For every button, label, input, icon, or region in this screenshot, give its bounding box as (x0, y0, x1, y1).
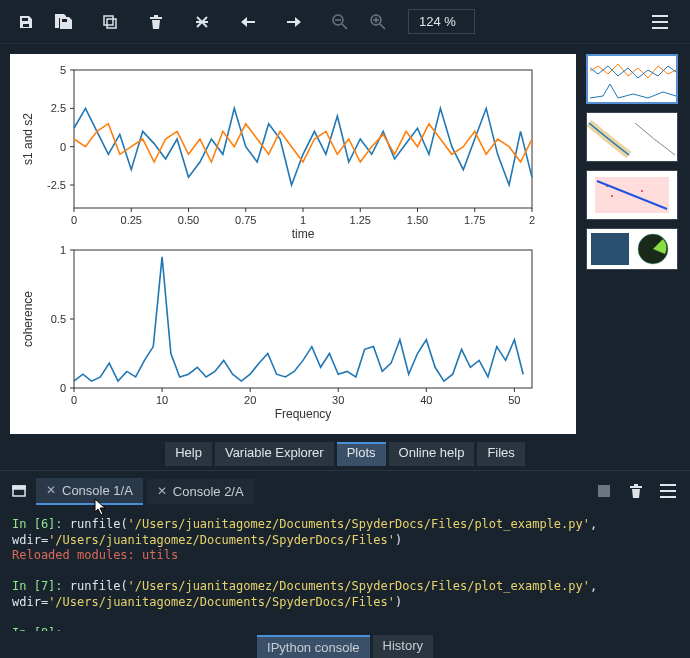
svg-text:0.5: 0.5 (51, 313, 66, 325)
browse-tabs-icon[interactable] (6, 475, 32, 507)
remove-all-icon[interactable] (186, 6, 218, 38)
console-tab-2[interactable]: ✕Console 2/A (147, 479, 254, 504)
svg-text:30: 30 (332, 394, 344, 406)
svg-text:coherence: coherence (21, 291, 35, 347)
stop-icon[interactable] (588, 475, 620, 507)
thumbnail-1[interactable] (586, 54, 678, 104)
tab-files[interactable]: Files (477, 442, 524, 466)
zoom-level[interactable]: 124 % (408, 9, 475, 34)
thumbnail-3[interactable] (586, 170, 678, 220)
svg-text:1.50: 1.50 (407, 214, 428, 226)
tab-help[interactable]: Help (165, 442, 212, 466)
plot-canvas: 00.250.500.7511.251.501.752-2.502.55time… (10, 54, 576, 434)
svg-text:1.25: 1.25 (350, 214, 371, 226)
svg-text:0: 0 (71, 214, 77, 226)
svg-text:-2.5: -2.5 (47, 179, 66, 191)
svg-text:2.5: 2.5 (51, 102, 66, 114)
svg-text:1: 1 (300, 214, 306, 226)
svg-text:s1 and s2: s1 and s2 (21, 113, 35, 165)
svg-rect-67 (591, 233, 629, 265)
tab-plots[interactable]: Plots (337, 442, 386, 466)
svg-text:0: 0 (71, 394, 77, 406)
svg-rect-0 (104, 16, 113, 25)
back-icon[interactable] (232, 6, 264, 38)
console-output[interactable]: In [6]: runfile('/Users/juanitagomez/Doc… (0, 511, 690, 631)
svg-text:0: 0 (60, 382, 66, 394)
tab-history[interactable]: History (373, 635, 433, 658)
svg-rect-75 (660, 496, 676, 498)
thumbnail-2[interactable] (586, 112, 678, 162)
console-menu-icon[interactable] (652, 475, 684, 507)
forward-icon[interactable] (278, 6, 310, 38)
svg-text:0.75: 0.75 (235, 214, 256, 226)
thumbnail-list (584, 44, 690, 440)
svg-point-64 (611, 195, 613, 197)
tab-variable-explorer[interactable]: Variable Explorer (215, 442, 334, 466)
svg-text:10: 10 (156, 394, 168, 406)
bottom-tab-bar: IPython console History (0, 631, 690, 658)
chart-top: 00.250.500.7511.251.501.752-2.502.55time… (18, 62, 548, 242)
svg-text:2: 2 (529, 214, 535, 226)
clear-icon[interactable] (620, 475, 652, 507)
console-tab-1[interactable]: ✕Console 1/A (36, 478, 143, 505)
svg-text:time: time (292, 227, 315, 241)
zoom-out-icon[interactable] (324, 6, 356, 38)
console-tab-2-label: Console 2/A (173, 484, 244, 499)
svg-rect-73 (660, 484, 676, 486)
menu-icon[interactable] (644, 6, 676, 38)
pane-tab-bar: Help Variable Explorer Plots Online help… (0, 440, 690, 470)
svg-rect-1 (107, 19, 116, 28)
delete-icon[interactable] (140, 6, 172, 38)
svg-text:1.75: 1.75 (464, 214, 485, 226)
svg-text:0.50: 0.50 (178, 214, 199, 226)
svg-text:0.25: 0.25 (121, 214, 142, 226)
plot-toolbar: 124 % (0, 0, 690, 44)
svg-text:0: 0 (60, 141, 66, 153)
zoom-in-icon[interactable] (362, 6, 394, 38)
tab-ipython-console[interactable]: IPython console (257, 635, 370, 658)
svg-rect-72 (598, 485, 610, 497)
svg-text:40: 40 (420, 394, 432, 406)
console-pane: ✕Console 1/A ✕Console 2/A In [6]: runfil… (0, 470, 690, 631)
close-icon[interactable]: ✕ (157, 484, 167, 498)
svg-text:1: 1 (60, 244, 66, 256)
svg-rect-5 (652, 21, 668, 23)
console-tab-1-label: Console 1/A (62, 483, 133, 498)
svg-rect-36 (74, 250, 532, 388)
save-icon[interactable] (10, 6, 42, 38)
copy-icon[interactable] (94, 6, 126, 38)
tab-online-help[interactable]: Online help (389, 442, 475, 466)
svg-text:Frequency: Frequency (275, 407, 332, 421)
close-icon[interactable]: ✕ (46, 483, 56, 497)
svg-rect-6 (652, 27, 668, 29)
svg-rect-71 (13, 486, 25, 489)
svg-text:20: 20 (244, 394, 256, 406)
save-all-icon[interactable] (48, 6, 80, 38)
svg-text:5: 5 (60, 64, 66, 76)
svg-text:50: 50 (508, 394, 520, 406)
svg-rect-74 (660, 490, 676, 492)
svg-rect-4 (652, 15, 668, 17)
thumbnail-4[interactable] (586, 228, 678, 270)
chart-bottom: 0102030405000.51Frequencycoherence (18, 242, 548, 422)
svg-point-65 (641, 190, 643, 192)
